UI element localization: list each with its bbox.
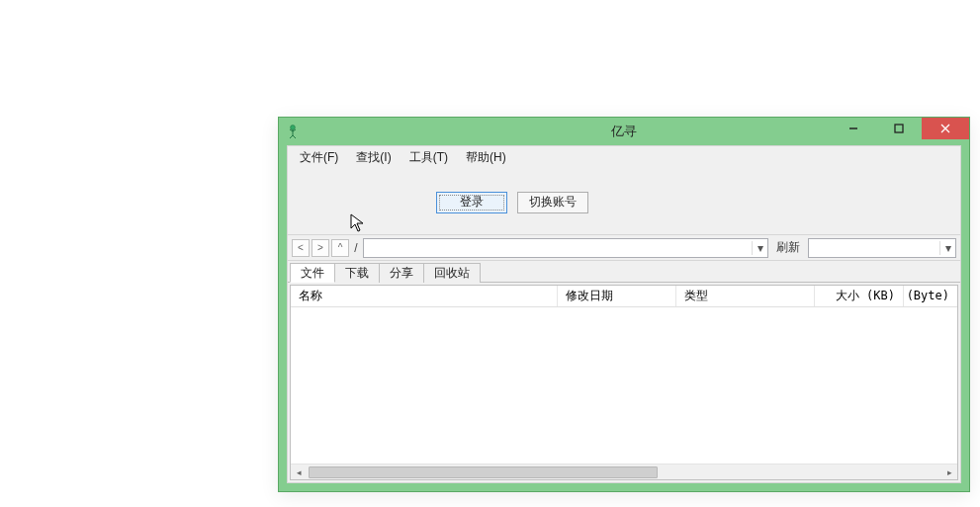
titlebar[interactable]: 亿寻 — [279, 118, 969, 145]
maximize-button[interactable] — [876, 118, 922, 139]
toolbar: 登录 切换账号 — [288, 170, 960, 235]
nav-up-button[interactable]: ^ — [331, 239, 349, 257]
chevron-down-icon: ▾ — [752, 241, 767, 255]
list-header: 名称 修改日期 类型 大小 (KB) 大小 (Byte) — [291, 286, 957, 307]
path-combobox[interactable]: ▾ — [363, 238, 768, 258]
scroll-right-button[interactable]: ▸ — [941, 465, 957, 480]
menubar: 文件(F) 查找(I) 工具(T) 帮助(H) — [288, 146, 960, 170]
tabstrip: 文件 下载 分享 回收站 — [288, 261, 960, 283]
navbar: < > ^ / ▾ 刷新 ▾ — [288, 235, 960, 261]
horizontal-scrollbar[interactable]: ◂ ▸ — [291, 464, 957, 479]
tab-recycle[interactable]: 回收站 — [423, 263, 481, 283]
app-window: 亿寻 文件(F) 查找(I) 工具(T) 帮助(H) 登录 切换账号 < > — [278, 117, 970, 492]
col-size-kb[interactable]: 大小 (KB) — [815, 286, 904, 306]
menu-find[interactable]: 查找(I) — [348, 147, 399, 168]
scroll-track[interactable] — [307, 465, 941, 480]
client-area: 文件(F) 查找(I) 工具(T) 帮助(H) 登录 切换账号 < > ^ / … — [287, 145, 961, 483]
switch-account-button[interactable]: 切换账号 — [517, 192, 588, 213]
window-controls — [831, 118, 969, 139]
scroll-thumb[interactable] — [309, 466, 658, 478]
nav-forward-button[interactable]: > — [312, 239, 329, 257]
list-body[interactable] — [291, 307, 957, 464]
col-modified[interactable]: 修改日期 — [558, 286, 676, 306]
tab-files[interactable]: 文件 — [290, 263, 335, 283]
menu-file[interactable]: 文件(F) — [292, 147, 346, 168]
refresh-label[interactable]: 刷新 — [770, 239, 806, 256]
tab-share[interactable]: 分享 — [379, 263, 424, 283]
col-size-bytes[interactable]: 大小 (Byte) — [904, 286, 957, 306]
app-icon — [285, 124, 301, 139]
col-type[interactable]: 类型 — [676, 286, 815, 306]
svg-rect-2 — [895, 125, 903, 132]
tab-downloads[interactable]: 下载 — [334, 263, 380, 283]
col-name[interactable]: 名称 — [291, 286, 558, 306]
menu-tools[interactable]: 工具(T) — [401, 147, 456, 168]
close-button[interactable] — [922, 118, 969, 139]
nav-back-button[interactable]: < — [292, 239, 310, 257]
menu-help[interactable]: 帮助(H) — [458, 147, 514, 168]
login-button[interactable]: 登录 — [436, 192, 507, 213]
file-listview[interactable]: 名称 修改日期 类型 大小 (KB) 大小 (Byte) ◂ ▸ — [290, 285, 958, 480]
minimize-button[interactable] — [831, 118, 876, 139]
filter-combobox[interactable]: ▾ — [808, 238, 956, 258]
scroll-left-button[interactable]: ◂ — [291, 465, 307, 480]
svg-point-0 — [291, 126, 296, 130]
chevron-down-icon: ▾ — [939, 241, 955, 255]
nav-slash-label: / — [351, 241, 361, 255]
